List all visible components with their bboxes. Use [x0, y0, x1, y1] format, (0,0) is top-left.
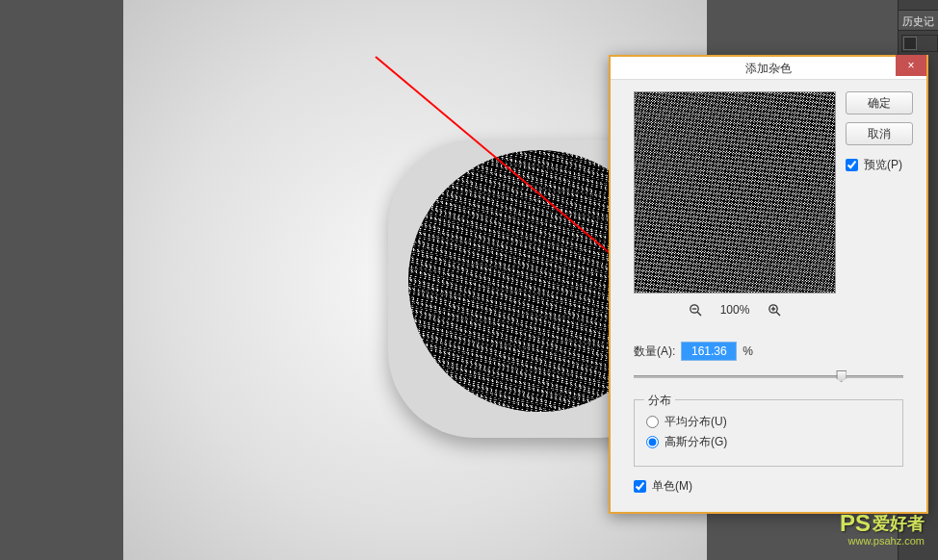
preview-checkbox[interactable]: [846, 159, 858, 171]
cancel-button[interactable]: 取消: [846, 122, 913, 145]
watermark-url: www.psahz.com: [840, 535, 925, 547]
slider-thumb[interactable]: [836, 370, 847, 382]
uniform-radio[interactable]: [646, 416, 659, 428]
zoom-out-icon: [689, 303, 702, 317]
monochrome-label: 单色(M): [652, 478, 692, 495]
ok-button[interactable]: 确定: [846, 91, 913, 115]
gaussian-label: 高斯分布(G): [664, 434, 727, 450]
history-panel-tab[interactable]: 历史记: [898, 10, 938, 31]
dialog-button-column: 确定 取消 预览(P): [846, 91, 913, 173]
monochrome-checkbox[interactable]: [634, 480, 646, 493]
dialog-title-text: 添加杂色: [745, 62, 792, 75]
svg-line-4: [777, 312, 781, 316]
monochrome-row[interactable]: 单色(M): [634, 478, 903, 495]
add-noise-dialog: 添加杂色 × 确定 取消 预览(P) 100%: [609, 55, 928, 514]
svg-line-1: [697, 312, 701, 316]
uniform-label: 平均分布(U): [664, 414, 727, 430]
watermark-cn: 爱好者: [873, 512, 925, 535]
amount-unit: %: [743, 344, 753, 358]
distribution-legend: 分布: [644, 393, 675, 409]
zoom-percent: 100%: [720, 303, 750, 317]
amount-label: 数量(A):: [634, 344, 675, 360]
dialog-body: 确定 取消 预览(P) 100%: [611, 80, 926, 512]
amount-slider[interactable]: [634, 370, 903, 384]
amount-input[interactable]: [681, 342, 737, 361]
zoom-in-button[interactable]: [767, 302, 782, 318]
gaussian-radio[interactable]: [646, 436, 659, 448]
preview-label: 预览(P): [864, 157, 902, 173]
dialog-titlebar[interactable]: 添加杂色 ×: [611, 57, 926, 80]
dialog-close-button[interactable]: ×: [896, 55, 926, 76]
zoom-out-button[interactable]: [688, 302, 703, 318]
watermark-ps: PS: [840, 510, 871, 537]
slider-track: [634, 375, 903, 378]
preview-checkbox-row[interactable]: 预览(P): [846, 157, 913, 173]
uniform-radio-row[interactable]: 平均分布(U): [646, 414, 891, 430]
zoom-controls: 100%: [634, 299, 836, 320]
watermark: PS爱好者 www.psahz.com: [840, 510, 925, 547]
distribution-fieldset: 分布 平均分布(U) 高斯分布(G): [634, 399, 903, 467]
gaussian-radio-row[interactable]: 高斯分布(G): [646, 434, 891, 450]
zoom-in-icon: [768, 303, 781, 317]
amount-row: 数量(A): %: [634, 342, 913, 361]
close-icon: ×: [907, 56, 914, 75]
panel-toggle[interactable]: [901, 35, 938, 52]
noise-preview[interactable]: [634, 91, 836, 293]
panel-thumbnail: [903, 37, 917, 50]
